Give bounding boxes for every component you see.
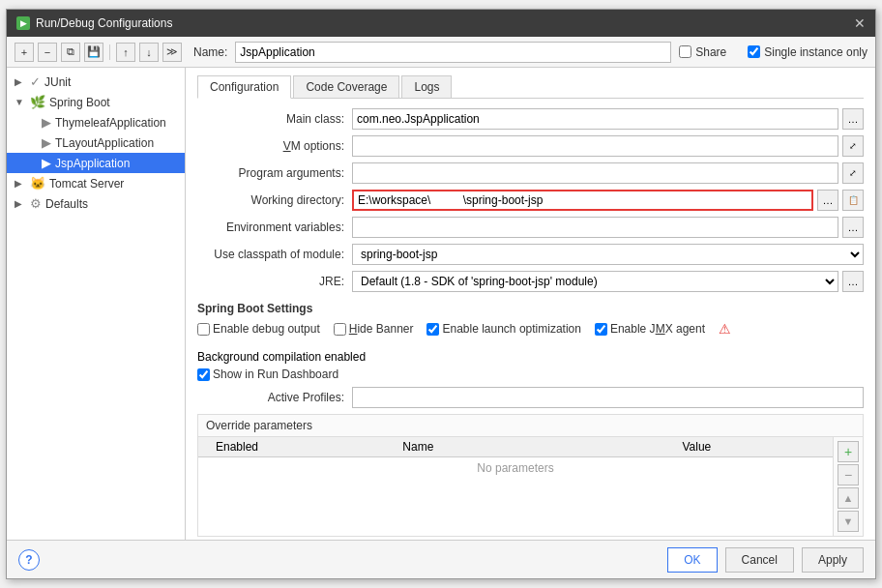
program-arguments-input-wrap: ⤢ — [352, 162, 864, 184]
working-directory-row: Working directory: … 📋 — [197, 190, 864, 211]
environment-variables-browse-button[interactable]: … — [842, 217, 864, 238]
sidebar-label-jsp: JspApplication — [55, 157, 130, 170]
environment-variables-row: Environment variables: … — [197, 217, 864, 238]
show-dashboard-label: Show in Run Dashboard — [213, 368, 338, 381]
classpath-select-wrap: spring-boot-jsp — [352, 244, 864, 265]
no-params-text: No parameters — [198, 457, 833, 480]
main-class-browse-button[interactable]: … — [842, 108, 864, 130]
run-debug-dialog: ▶ Run/Debug Configurations ✕ + − ⧉ 💾 ↑ ↓… — [6, 9, 876, 579]
vm-options-label: VM options: — [197, 139, 352, 153]
program-arguments-row: Program arguments: ⤢ — [197, 162, 864, 184]
right-panel: Configuration Code Coverage Logs Main cl… — [186, 68, 875, 540]
share-row: Share Single instance only — [679, 45, 867, 59]
save-config-button[interactable]: 💾 — [84, 43, 103, 62]
title-bar-left: ▶ Run/Debug Configurations — [16, 16, 172, 30]
main-content: ▶ ✓ JUnit ▼ 🌿 Spring Boot ▶ ThymeleafApp… — [7, 68, 875, 540]
environment-variables-label: Environment variables: — [197, 220, 352, 234]
bottom-right: OK Cancel Apply — [667, 547, 864, 573]
program-arguments-input[interactable] — [352, 162, 838, 184]
debug-checkbox[interactable] — [197, 323, 210, 336]
main-class-input[interactable] — [352, 108, 838, 130]
sidebar-item-thymeleaf[interactable]: ▶ ThymeleafApplication — [7, 112, 185, 132]
tab-configuration[interactable]: Configuration — [197, 75, 291, 99]
classpath-select[interactable]: spring-boot-jsp — [352, 244, 864, 265]
working-directory-input[interactable] — [352, 190, 813, 211]
sidebar-label-tomcat: Tomcat Server — [49, 177, 124, 191]
cancel-button[interactable]: Cancel — [725, 547, 794, 573]
show-dashboard-checkbox-label[interactable]: Show in Run Dashboard — [197, 368, 338, 381]
ok-button[interactable]: OK — [667, 547, 717, 573]
move-param-up-button[interactable]: ▲ — [838, 487, 859, 509]
program-arguments-expand-button[interactable]: ⤢ — [842, 162, 864, 184]
override-parameters-section: Override parameters Enabled Name Value — [197, 414, 864, 537]
override-table-wrap: Enabled Name Value No parameters — [198, 437, 833, 536]
working-directory-label: Working directory: — [197, 193, 352, 207]
active-profiles-label: Active Profiles: — [197, 391, 352, 404]
remove-config-button[interactable]: − — [38, 43, 57, 62]
more-button[interactable]: ≫ — [162, 43, 182, 62]
spring-boot-checkboxes-row2: Show in Run Dashboard — [197, 368, 864, 381]
jmx-checkbox[interactable] — [595, 323, 607, 336]
single-instance-checkbox-label[interactable]: Single instance only — [748, 45, 867, 59]
debug-label: Enable debug output — [213, 322, 320, 336]
spring-boot-section-title: Spring Boot Settings — [197, 302, 864, 315]
program-arguments-label: Program arguments: — [197, 166, 352, 180]
remove-param-button[interactable]: − — [838, 464, 859, 485]
classpath-label: Use classpath of module: — [197, 248, 352, 261]
defaults-icon: ⚙ — [30, 196, 42, 211]
hide-banner-checkbox-label[interactable]: Hide Banner — [334, 322, 414, 336]
sidebar-label-spring-boot: Spring Boot — [49, 96, 110, 109]
launch-opt-checkbox-label[interactable]: Enable launch optimization — [426, 322, 580, 336]
main-class-input-wrap: … — [352, 108, 864, 130]
move-down-button[interactable]: ↓ — [139, 43, 159, 62]
sidebar-item-junit[interactable]: ▶ ✓ JUnit — [7, 72, 185, 92]
name-input[interactable] — [235, 42, 671, 63]
jre-select-wrap: Default (1.8 - SDK of 'spring-boot-jsp' … — [352, 271, 864, 292]
active-profiles-input[interactable] — [352, 387, 864, 408]
environment-variables-input[interactable] — [352, 217, 838, 238]
working-directory-copy-button[interactable]: 📋 — [842, 190, 864, 211]
main-class-row: Main class: … — [197, 108, 864, 130]
classpath-row: Use classpath of module: spring-boot-jsp — [197, 244, 864, 265]
jre-select[interactable]: Default (1.8 - SDK of 'spring-boot-jsp' … — [352, 271, 838, 292]
apply-button[interactable]: Apply — [802, 547, 864, 573]
working-directory-browse-button[interactable]: … — [817, 190, 838, 211]
jre-browse-button[interactable]: … — [842, 271, 864, 292]
copy-config-button[interactable]: ⧉ — [61, 43, 80, 62]
vm-options-expand-button[interactable]: ⤢ — [842, 135, 864, 157]
move-param-down-button[interactable]: ▼ — [838, 511, 859, 532]
sidebar-item-defaults[interactable]: ▶ ⚙ Defaults — [7, 193, 185, 214]
tabs: Configuration Code Coverage Logs — [197, 75, 864, 99]
close-button[interactable]: ✕ — [854, 15, 866, 31]
share-checkbox[interactable] — [679, 45, 691, 58]
debug-checkbox-label[interactable]: Enable debug output — [197, 322, 320, 336]
add-param-button[interactable]: + — [838, 441, 859, 462]
expand-icon-spring-boot: ▼ — [15, 97, 26, 107]
launch-opt-checkbox[interactable] — [426, 323, 439, 336]
single-instance-label: Single instance only — [764, 45, 867, 59]
single-instance-checkbox[interactable] — [748, 45, 760, 58]
sidebar-item-tomcat[interactable]: ▶ 🐱 Tomcat Server — [7, 173, 185, 193]
vm-options-input[interactable] — [352, 135, 838, 157]
expand-icon-tomcat: ▶ — [15, 178, 26, 189]
tab-code-coverage[interactable]: Code Coverage — [293, 75, 399, 98]
tab-logs[interactable]: Logs — [401, 75, 452, 98]
warning-icon: ⚠ — [719, 321, 731, 337]
expand-icon-defaults: ▶ — [15, 198, 26, 209]
hide-banner-checkbox[interactable] — [334, 323, 346, 336]
spring-boot-checkboxes-row1: Enable debug output Hide Banner Enable l… — [197, 321, 864, 364]
sidebar-item-spring-boot[interactable]: ▼ 🌿 Spring Boot — [7, 92, 185, 112]
vm-options-row: VM options: ⤢ — [197, 135, 864, 157]
help-button[interactable]: ? — [18, 549, 40, 571]
jsp-icon: ▶ — [42, 156, 51, 170]
jmx-checkbox-label[interactable]: Enable JMX agent — [595, 322, 705, 336]
move-up-button[interactable]: ↑ — [116, 43, 135, 62]
sidebar: ▶ ✓ JUnit ▼ 🌿 Spring Boot ▶ ThymeleafApp… — [7, 68, 186, 540]
add-config-button[interactable]: + — [15, 43, 34, 62]
show-dashboard-checkbox[interactable] — [197, 368, 210, 381]
toolbar: + − ⧉ 💾 ↑ ↓ ≫ Name: Share Single instanc… — [7, 37, 875, 68]
sidebar-item-tlayout[interactable]: ▶ TLayoutApplication — [7, 132, 185, 153]
share-checkbox-label[interactable]: Share — [679, 45, 726, 59]
override-parameters-title: Override parameters — [198, 415, 863, 437]
sidebar-item-jsp[interactable]: ▶ JspApplication — [7, 153, 185, 173]
